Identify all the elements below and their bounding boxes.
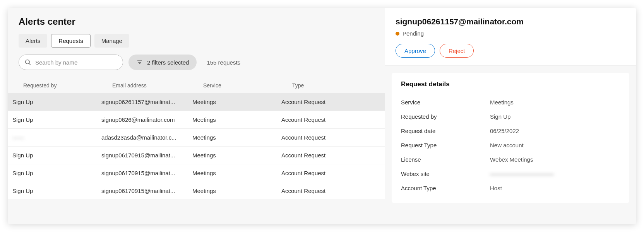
search-input[interactable] (35, 59, 117, 66)
cell-requested-by: Sign Up (12, 99, 101, 105)
cell-email: signup06170915@mailinat... (101, 152, 192, 159)
action-row: Approve Reject (396, 44, 625, 58)
detail-value: New account (490, 142, 524, 148)
detail-value: ——————————— (490, 171, 554, 177)
detail-row: Request date06/25/2022 (401, 124, 620, 138)
cell-type: Account Request (281, 134, 385, 141)
detail-row: Request TypeNew account (401, 138, 620, 152)
col-header-type[interactable]: Type (292, 82, 380, 89)
results-count: 155 requests (207, 59, 240, 66)
tab-manage[interactable]: Manage (94, 34, 129, 48)
search-icon (24, 59, 31, 66)
status-label: Pending (402, 30, 424, 37)
table-row[interactable]: Sign Upsignup06170915@mailinat...Meeting… (8, 182, 385, 200)
left-panel: Alerts center AlertsRequestsManage 2 fil… (8, 8, 385, 224)
detail-value: Host (490, 185, 502, 191)
detail-header: signup06261157@mailinator.com Pending Ap… (385, 8, 636, 66)
tab-alerts[interactable]: Alerts (19, 34, 47, 48)
search-field-wrapper[interactable] (19, 55, 123, 70)
cell-type: Account Request (281, 116, 385, 123)
col-header-service[interactable]: Service (203, 82, 292, 89)
tabs: AlertsRequestsManage (19, 34, 380, 48)
table-row[interactable]: Sign Upsignup06170915@mailinat...Meeting… (8, 164, 385, 182)
cell-requested-by: —— (12, 134, 101, 141)
cell-service: Meetings (192, 134, 281, 141)
filters-button-label: 2 filters selected (147, 59, 189, 66)
status-dot-icon (396, 32, 399, 36)
detail-row: Requested bySign Up (401, 109, 620, 124)
detail-label: Requested by (401, 113, 490, 120)
table-row[interactable]: Sign Upsignup06261157@mailinat...Meeting… (8, 93, 385, 111)
request-details-card: Request details ServiceMeetingsRequested… (392, 73, 629, 203)
detail-label: License (401, 156, 490, 163)
filters-button[interactable]: 2 filters selected (128, 55, 197, 70)
cell-service: Meetings (192, 99, 281, 105)
detail-label: Request Type (401, 142, 490, 148)
table-body: Sign Upsignup06261157@mailinat...Meeting… (8, 93, 385, 200)
cell-type: Account Request (281, 99, 385, 105)
detail-value: Meetings (490, 99, 514, 106)
detail-value: Webex Meetings (490, 156, 533, 163)
cell-service: Meetings (192, 152, 281, 159)
detail-label: Service (401, 99, 490, 106)
cell-email: signup06170915@mailinat... (101, 170, 192, 176)
detail-label: Webex site (401, 171, 490, 177)
svg-point-0 (26, 60, 30, 64)
approve-button[interactable]: Approve (396, 44, 435, 58)
table-row[interactable]: Sign Upsignup0626@mailinator.comMeetings… (8, 111, 385, 129)
table-row[interactable]: Sign Upsignup06170915@mailinat...Meeting… (8, 147, 385, 164)
cell-requested-by: Sign Up (12, 116, 101, 123)
col-header-requested-by[interactable]: Requested by (23, 82, 112, 89)
cell-requested-by: Sign Up (12, 152, 101, 159)
detail-row: LicenseWebex Meetings (401, 152, 620, 167)
detail-value: 06/25/2022 (490, 128, 519, 134)
filter-icon (136, 59, 143, 66)
detail-label: Request date (401, 128, 490, 134)
detail-row: Account TypeHost (401, 181, 620, 195)
cell-service: Meetings (192, 170, 281, 176)
detail-fields: ServiceMeetingsRequested bySign UpReques… (401, 95, 620, 195)
table-header: Requested by Email address Service Type (19, 77, 380, 93)
toolbar: 2 filters selected 155 requests (19, 55, 380, 70)
detail-row: ServiceMeetings (401, 95, 620, 109)
cell-service: Meetings (192, 188, 281, 194)
tab-requests[interactable]: Requests (51, 34, 90, 48)
cell-email: signup0626@mailinator.com (101, 116, 192, 123)
alerts-center-container: Alerts center AlertsRequestsManage 2 fil… (8, 8, 636, 224)
cell-requested-by: Sign Up (12, 188, 101, 194)
right-panel: signup06261157@mailinator.com Pending Ap… (385, 8, 636, 224)
cell-email: signup06261157@mailinat... (101, 99, 192, 105)
cell-email: adasd23asda@mailinator.c... (101, 134, 192, 141)
cell-email: signup06170915@mailinat... (101, 188, 192, 194)
detail-row: Webex site——————————— (401, 167, 620, 181)
page-title: Alerts center (19, 16, 380, 27)
reject-button[interactable]: Reject (440, 44, 474, 58)
detail-value: Sign Up (490, 113, 510, 120)
svg-line-1 (29, 63, 31, 65)
cell-service: Meetings (192, 116, 281, 123)
cell-type: Account Request (281, 170, 385, 176)
cell-type: Account Request (281, 188, 385, 194)
detail-title: signup06261157@mailinator.com (396, 17, 625, 26)
card-title: Request details (401, 80, 620, 88)
cell-type: Account Request (281, 152, 385, 159)
table-row[interactable]: ——adasd23asda@mailinator.c...MeetingsAcc… (8, 129, 385, 147)
detail-body: Request details ServiceMeetingsRequested… (385, 66, 636, 224)
detail-label: Account Type (401, 185, 490, 191)
cell-requested-by: Sign Up (12, 170, 101, 176)
status-row: Pending (396, 30, 625, 37)
col-header-email[interactable]: Email address (112, 82, 203, 89)
